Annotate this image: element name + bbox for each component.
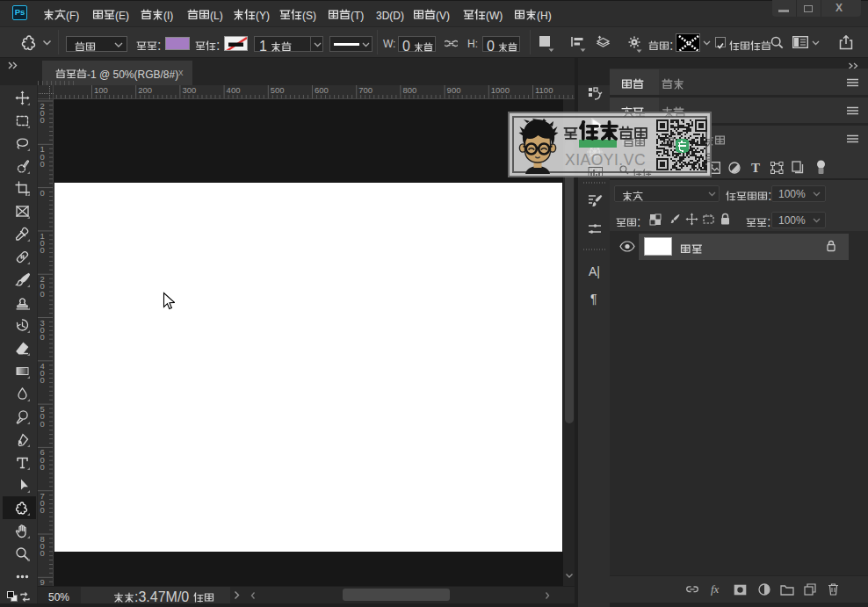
svg-text:300: 300: [182, 85, 196, 95]
svg-text:200: 200: [138, 85, 152, 95]
svg-text:500: 500: [271, 85, 285, 95]
svg-text:0: 0: [40, 188, 45, 198]
svg-text:0: 0: [40, 375, 45, 385]
svg-text:600: 600: [315, 85, 329, 95]
svg-text:400: 400: [227, 85, 241, 95]
svg-text:9: 9: [40, 577, 45, 586]
svg-text:0: 0: [40, 505, 45, 515]
svg-text:0: 0: [40, 115, 45, 125]
svg-text:800: 800: [402, 85, 416, 95]
svg-text:0: 0: [40, 548, 45, 558]
svg-text:700: 700: [358, 85, 373, 95]
svg-text:¶: ¶: [590, 292, 597, 306]
svg-text:A|: A|: [589, 264, 600, 278]
svg-text:1100: 1100: [535, 85, 553, 95]
svg-text:0: 0: [40, 419, 45, 429]
svg-text:0: 0: [40, 289, 45, 299]
svg-text:0: 0: [40, 159, 45, 169]
svg-text:0: 0: [40, 332, 45, 342]
svg-text:0: 0: [40, 245, 45, 255]
svg-text:900: 900: [447, 85, 461, 95]
svg-text:100: 100: [94, 85, 108, 95]
svg-text:1000: 1000: [491, 85, 510, 95]
svg-text:0: 0: [40, 462, 45, 472]
